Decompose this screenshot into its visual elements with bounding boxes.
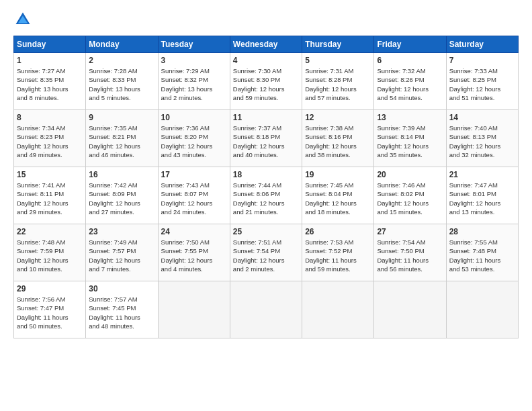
calendar-week-4: 22Sunrise: 7:48 AM Sunset: 7:59 PM Dayli… <box>14 224 519 281</box>
calendar-cell <box>158 281 230 338</box>
day-number: 20 <box>377 170 443 179</box>
calendar-cell: 30Sunrise: 7:57 AM Sunset: 7:45 PM Dayli… <box>86 281 158 338</box>
calendar-cell: 29Sunrise: 7:56 AM Sunset: 7:47 PM Dayli… <box>14 281 86 338</box>
calendar-cell <box>374 281 446 338</box>
day-number: 5 <box>305 56 371 65</box>
day-number: 17 <box>161 170 227 179</box>
day-number: 25 <box>233 227 299 236</box>
day-number: 10 <box>161 113 227 122</box>
calendar-cell: 26Sunrise: 7:53 AM Sunset: 7:52 PM Dayli… <box>302 224 374 281</box>
logo-icon <box>13 10 32 29</box>
day-info: Sunrise: 7:36 AM Sunset: 8:20 PM Dayligh… <box>161 124 227 159</box>
calendar-cell: 15Sunrise: 7:41 AM Sunset: 8:11 PM Dayli… <box>14 167 86 224</box>
calendar-cell: 3Sunrise: 7:29 AM Sunset: 8:32 PM Daylig… <box>158 53 230 110</box>
calendar-cell: 10Sunrise: 7:36 AM Sunset: 8:20 PM Dayli… <box>158 110 230 167</box>
day-info: Sunrise: 7:29 AM Sunset: 8:32 PM Dayligh… <box>161 66 227 102</box>
day-number: 8 <box>17 113 83 122</box>
day-number: 6 <box>377 56 443 65</box>
calendar-cell <box>230 281 302 338</box>
calendar-container: SundayMondayTuesdayWednesdayThursdayFrid… <box>0 0 532 345</box>
logo <box>13 10 35 29</box>
calendar-cell: 6Sunrise: 7:32 AM Sunset: 8:26 PM Daylig… <box>374 53 446 110</box>
day-info: Sunrise: 7:49 AM Sunset: 7:57 PM Dayligh… <box>89 238 154 273</box>
day-number: 12 <box>305 113 371 122</box>
calendar-cell: 23Sunrise: 7:49 AM Sunset: 7:57 PM Dayli… <box>86 224 158 281</box>
day-info: Sunrise: 7:51 AM Sunset: 7:54 PM Dayligh… <box>233 238 299 273</box>
day-number: 13 <box>377 113 443 122</box>
day-number: 2 <box>89 56 154 65</box>
calendar-week-3: 15Sunrise: 7:41 AM Sunset: 8:11 PM Dayli… <box>14 167 519 224</box>
day-info: Sunrise: 7:28 AM Sunset: 8:33 PM Dayligh… <box>89 66 154 102</box>
day-info: Sunrise: 7:41 AM Sunset: 8:11 PM Dayligh… <box>17 181 83 216</box>
day-info: Sunrise: 7:50 AM Sunset: 7:55 PM Dayligh… <box>161 238 227 273</box>
calendar-cell: 4Sunrise: 7:30 AM Sunset: 8:30 PM Daylig… <box>230 53 302 110</box>
calendar-cell: 12Sunrise: 7:38 AM Sunset: 8:16 PM Dayli… <box>302 110 374 167</box>
day-info: Sunrise: 7:43 AM Sunset: 8:07 PM Dayligh… <box>161 181 227 216</box>
day-info: Sunrise: 7:39 AM Sunset: 8:14 PM Dayligh… <box>377 124 443 159</box>
day-info: Sunrise: 7:53 AM Sunset: 7:52 PM Dayligh… <box>305 238 371 273</box>
day-info: Sunrise: 7:27 AM Sunset: 8:35 PM Dayligh… <box>17 66 83 102</box>
calendar-cell: 17Sunrise: 7:43 AM Sunset: 8:07 PM Dayli… <box>158 167 230 224</box>
calendar-cell: 16Sunrise: 7:42 AM Sunset: 8:09 PM Dayli… <box>86 167 158 224</box>
day-info: Sunrise: 7:45 AM Sunset: 8:04 PM Dayligh… <box>305 181 371 216</box>
weekday-header-tuesday: Tuesday <box>158 36 230 53</box>
calendar-cell: 25Sunrise: 7:51 AM Sunset: 7:54 PM Dayli… <box>230 224 302 281</box>
day-number: 4 <box>233 56 299 65</box>
day-number: 24 <box>161 227 227 236</box>
day-number: 15 <box>17 170 83 179</box>
calendar-cell: 22Sunrise: 7:48 AM Sunset: 7:59 PM Dayli… <box>14 224 86 281</box>
calendar-week-2: 8Sunrise: 7:34 AM Sunset: 8:23 PM Daylig… <box>14 110 519 167</box>
day-number: 28 <box>449 227 515 236</box>
calendar-cell: 19Sunrise: 7:45 AM Sunset: 8:04 PM Dayli… <box>302 167 374 224</box>
day-info: Sunrise: 7:42 AM Sunset: 8:09 PM Dayligh… <box>89 181 154 216</box>
calendar-cell: 20Sunrise: 7:46 AM Sunset: 8:02 PM Dayli… <box>374 167 446 224</box>
day-number: 7 <box>449 56 515 65</box>
day-info: Sunrise: 7:47 AM Sunset: 8:01 PM Dayligh… <box>449 181 515 216</box>
day-number: 14 <box>449 113 515 122</box>
day-number: 29 <box>17 284 83 293</box>
weekday-header-thursday: Thursday <box>302 36 374 53</box>
day-info: Sunrise: 7:40 AM Sunset: 8:13 PM Dayligh… <box>449 124 515 159</box>
day-info: Sunrise: 7:46 AM Sunset: 8:02 PM Dayligh… <box>377 181 443 216</box>
calendar-header <box>13 10 519 29</box>
weekday-header-friday: Friday <box>374 36 446 53</box>
calendar-cell: 14Sunrise: 7:40 AM Sunset: 8:13 PM Dayli… <box>446 110 518 167</box>
day-number: 30 <box>89 284 154 293</box>
calendar-cell <box>302 281 374 338</box>
day-info: Sunrise: 7:55 AM Sunset: 7:48 PM Dayligh… <box>449 238 515 273</box>
day-number: 18 <box>233 170 299 179</box>
calendar-cell: 13Sunrise: 7:39 AM Sunset: 8:14 PM Dayli… <box>374 110 446 167</box>
calendar-cell: 28Sunrise: 7:55 AM Sunset: 7:48 PM Dayli… <box>446 224 518 281</box>
calendar-cell: 27Sunrise: 7:54 AM Sunset: 7:50 PM Dayli… <box>374 224 446 281</box>
day-info: Sunrise: 7:54 AM Sunset: 7:50 PM Dayligh… <box>377 238 443 273</box>
day-info: Sunrise: 7:32 AM Sunset: 8:26 PM Dayligh… <box>377 66 443 102</box>
calendar-cell: 2Sunrise: 7:28 AM Sunset: 8:33 PM Daylig… <box>86 53 158 110</box>
day-number: 1 <box>17 56 83 65</box>
calendar-cell: 21Sunrise: 7:47 AM Sunset: 8:01 PM Dayli… <box>446 167 518 224</box>
day-number: 23 <box>89 227 154 236</box>
day-number: 11 <box>233 113 299 122</box>
day-info: Sunrise: 7:30 AM Sunset: 8:30 PM Dayligh… <box>233 66 299 102</box>
day-number: 21 <box>449 170 515 179</box>
weekday-header-saturday: Saturday <box>446 36 518 53</box>
day-info: Sunrise: 7:38 AM Sunset: 8:16 PM Dayligh… <box>305 124 371 159</box>
weekday-header-row: SundayMondayTuesdayWednesdayThursdayFrid… <box>14 36 519 53</box>
day-info: Sunrise: 7:48 AM Sunset: 7:59 PM Dayligh… <box>17 238 83 273</box>
calendar-week-5: 29Sunrise: 7:56 AM Sunset: 7:47 PM Dayli… <box>14 281 519 338</box>
weekday-header-wednesday: Wednesday <box>230 36 302 53</box>
calendar-cell: 1Sunrise: 7:27 AM Sunset: 8:35 PM Daylig… <box>14 53 86 110</box>
day-info: Sunrise: 7:57 AM Sunset: 7:45 PM Dayligh… <box>89 295 154 330</box>
weekday-header-monday: Monday <box>86 36 158 53</box>
calendar-cell: 18Sunrise: 7:44 AM Sunset: 8:06 PM Dayli… <box>230 167 302 224</box>
calendar-cell: 11Sunrise: 7:37 AM Sunset: 8:18 PM Dayli… <box>230 110 302 167</box>
day-info: Sunrise: 7:34 AM Sunset: 8:23 PM Dayligh… <box>17 124 83 159</box>
calendar-cell: 8Sunrise: 7:34 AM Sunset: 8:23 PM Daylig… <box>14 110 86 167</box>
calendar-week-1: 1Sunrise: 7:27 AM Sunset: 8:35 PM Daylig… <box>14 53 519 110</box>
day-number: 22 <box>17 227 83 236</box>
calendar-cell: 7Sunrise: 7:33 AM Sunset: 8:25 PM Daylig… <box>446 53 518 110</box>
day-number: 3 <box>161 56 227 65</box>
weekday-header-sunday: Sunday <box>14 36 86 53</box>
day-info: Sunrise: 7:33 AM Sunset: 8:25 PM Dayligh… <box>449 66 515 102</box>
day-info: Sunrise: 7:37 AM Sunset: 8:18 PM Dayligh… <box>233 124 299 159</box>
calendar-cell: 9Sunrise: 7:35 AM Sunset: 8:21 PM Daylig… <box>86 110 158 167</box>
